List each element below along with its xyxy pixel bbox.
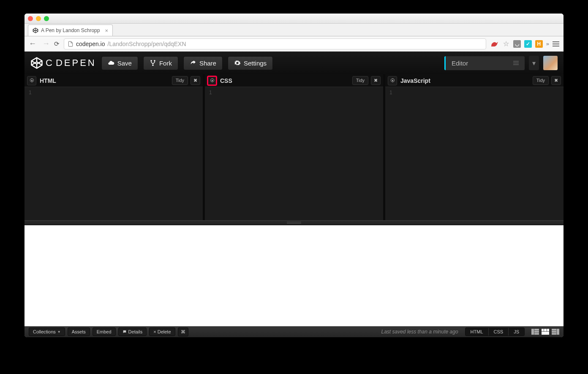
svg-point-10 [211, 80, 212, 81]
collections-button[interactable]: Collections▼ [29, 328, 65, 336]
zoom-window-button[interactable] [44, 16, 49, 21]
settings-button[interactable]: Settings [228, 56, 273, 70]
css-editor[interactable]: 1 [205, 87, 383, 220]
line-number: 1 [389, 90, 392, 96]
url-host: codepen.io [76, 41, 105, 47]
svg-point-7 [154, 60, 155, 61]
html-close-button[interactable]: ✖ [191, 76, 200, 85]
save-status: Last saved less than a minute ago [381, 329, 462, 335]
layout-top-icon[interactable] [542, 329, 549, 335]
delete-button[interactable]: × Delete [149, 328, 175, 336]
codepen-logo-icon [30, 57, 43, 69]
html-editor[interactable]: 1 [24, 87, 203, 220]
minimize-window-button[interactable] [36, 16, 41, 21]
codepen-footer: Collections▼ Assets Embed Details × Dele… [24, 326, 564, 337]
gear-icon [210, 78, 215, 83]
css-tidy-button[interactable]: Tidy [352, 76, 368, 85]
view-tab-css[interactable]: CSS [488, 328, 509, 336]
layout-switcher [531, 329, 559, 335]
ext-teal-icon[interactable]: ✓ [524, 40, 532, 48]
css-panel-header: CSS Tidy ✖ [205, 74, 383, 87]
codepen-header: C DEPEN Save Fork Share Settings Ed [24, 52, 564, 74]
nav-arrows: ← → [29, 39, 50, 48]
svg-rect-25 [552, 331, 556, 333]
gear-icon [29, 78, 35, 83]
result-view-tabs: HTML CSS JS [465, 328, 525, 336]
browser-tabstrip: A Pen by Landon Schropp × [24, 24, 564, 36]
preview-pane[interactable] [24, 225, 564, 326]
cloud-icon [108, 60, 114, 66]
svg-rect-14 [534, 329, 539, 330]
browser-toolbar: ← → ⟳ codepen.io/LandonSchropp/pen/qdqEX… [24, 36, 564, 52]
browser-extensions: ☆ ◡ ✓ H » [490, 40, 559, 48]
back-button[interactable]: ← [29, 39, 36, 48]
html-panel-title: HTML [40, 77, 56, 84]
address-bar[interactable]: codepen.io/LandonSchropp/pen/qdqEXN [64, 38, 486, 49]
editor-row: HTML Tidy ✖ 1 CSS Tidy ✖ [24, 74, 564, 220]
chevron-down-icon: ▼ [57, 330, 61, 334]
url-path: /LandonSchropp/pen/qdqEXN [108, 41, 186, 47]
close-tab-icon[interactable]: × [105, 27, 108, 34]
view-tab-js[interactable]: JS [508, 328, 524, 336]
header-dropdown[interactable]: ▾ [529, 56, 539, 70]
ext-rhino-icon[interactable] [490, 41, 499, 47]
line-number: 1 [29, 90, 32, 96]
browser-tab[interactable]: A Pen by Landon Schropp × [28, 25, 113, 36]
line-number: 1 [209, 90, 212, 96]
svg-rect-15 [534, 331, 539, 333]
js-close-button[interactable]: ✖ [551, 76, 561, 85]
view-mode-selector[interactable]: Editor [444, 56, 525, 70]
codepen-logo[interactable]: C DEPEN [30, 57, 96, 69]
save-button[interactable]: Save [101, 56, 138, 70]
codepen-favicon-icon [33, 27, 38, 33]
gear-icon [390, 78, 395, 83]
pocket-icon[interactable]: ◡ [513, 40, 521, 48]
fork-button[interactable]: Fork [143, 56, 178, 70]
css-settings-button[interactable] [207, 76, 217, 85]
svg-rect-16 [534, 333, 539, 335]
js-panel-header: JavaScript Tidy ✖ [385, 74, 564, 87]
codepen-app: C DEPEN Save Fork Share Settings Ed [24, 52, 564, 337]
html-tidy-button[interactable]: Tidy [172, 76, 188, 85]
browser-window: A Pen by Landon Schropp × ← → ⟳ codepen.… [24, 14, 564, 337]
tab-title: A Pen by Landon Schropp [41, 27, 100, 33]
js-tidy-button[interactable]: Tidy [533, 76, 549, 85]
js-settings-button[interactable] [388, 76, 397, 85]
share-button[interactable]: Share [183, 56, 223, 70]
ext-h-icon[interactable]: H [535, 40, 543, 48]
close-window-button[interactable] [28, 16, 33, 21]
html-settings-button[interactable] [27, 76, 36, 85]
avatar[interactable] [543, 56, 558, 70]
svg-rect-21 [542, 332, 549, 335]
svg-point-9 [31, 80, 32, 81]
svg-rect-26 [552, 333, 556, 335]
html-panel: HTML Tidy ✖ 1 [24, 74, 205, 220]
embed-button[interactable]: Embed [93, 328, 116, 336]
menu-icon [513, 61, 519, 65]
svg-point-11 [392, 80, 393, 81]
assets-button[interactable]: Assets [68, 328, 90, 336]
details-button[interactable]: Details [118, 328, 147, 336]
layout-right-icon[interactable] [552, 329, 559, 335]
svg-rect-18 [542, 329, 544, 331]
reload-button[interactable]: ⟳ [54, 40, 60, 48]
js-editor[interactable]: 1 [385, 87, 564, 220]
css-panel-title: CSS [220, 77, 232, 84]
css-close-button[interactable]: ✖ [371, 76, 381, 85]
js-panel: JavaScript Tidy ✖ 1 [385, 74, 564, 220]
traffic-lights [28, 16, 49, 21]
svg-rect-19 [544, 329, 547, 331]
forward-button[interactable]: → [42, 39, 50, 48]
keyboard-shortcuts-button[interactable]: ⌘ [178, 328, 188, 336]
gear-icon [234, 60, 241, 66]
share-icon [190, 60, 196, 66]
resize-handle[interactable] [24, 220, 564, 225]
svg-rect-20 [547, 329, 549, 331]
svg-point-8 [152, 65, 153, 66]
browser-menu-icon[interactable] [553, 41, 559, 46]
ext-overflow[interactable]: » [546, 41, 549, 47]
bookmark-star-icon[interactable]: ☆ [502, 40, 510, 48]
view-tab-html[interactable]: HTML [466, 328, 488, 336]
layout-left-icon[interactable] [531, 329, 539, 335]
logo-text: DEPEN [56, 57, 96, 68]
